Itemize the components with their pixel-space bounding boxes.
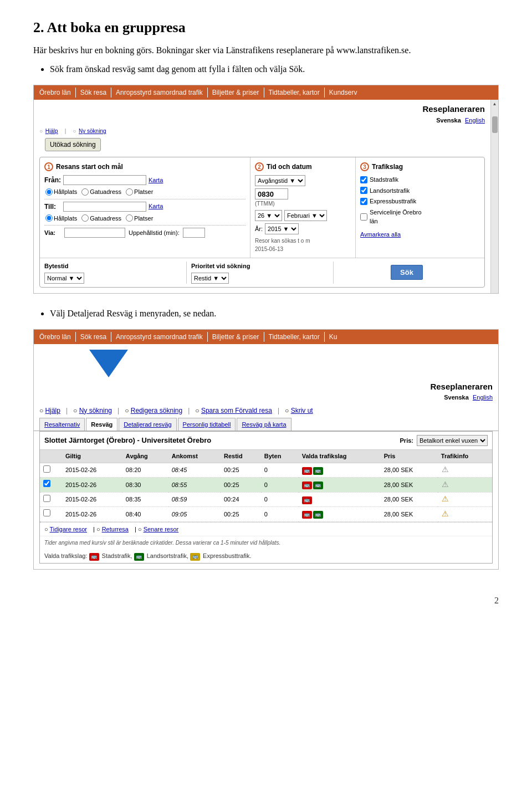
to-radio-platser[interactable] — [126, 214, 133, 222]
from-input[interactable] — [63, 175, 146, 185]
link-spara[interactable]: Spara som Förvald resa — [201, 407, 272, 414]
nav-item-kundserv[interactable]: Kundserv — [329, 88, 362, 98]
to-radio-hallplats[interactable] — [45, 214, 53, 222]
traf-red-icon: 🚌 — [302, 467, 312, 475]
cell-trafikinfo-3[interactable]: ⚠ — [438, 507, 492, 522]
nav2-sok[interactable]: Sök resa — [80, 332, 111, 342]
to-radio-gata[interactable] — [81, 214, 89, 222]
check-stadstrafik[interactable] — [360, 176, 367, 183]
prioritet-select[interactable]: Restid ▼ — [191, 273, 229, 284]
scrollbar-1[interactable]: ▲ — [490, 100, 498, 293]
link-skriv[interactable]: Skriv ut — [291, 407, 313, 414]
col-start-mal: 1 Resans start och mål Från: Karta Hållp… — [40, 157, 250, 258]
nav-item-orebro[interactable]: Örebro län — [39, 88, 76, 98]
link-redigera[interactable]: Redigera sökning — [131, 407, 182, 414]
tab-resalternativ[interactable]: Resalternativ — [39, 418, 85, 431]
cell-giltig-1: 2015-02-26 — [62, 478, 122, 493]
traf-green-icon: 🚌 — [313, 482, 323, 489]
link-ny-2[interactable]: Ny sökning — [79, 407, 112, 414]
row-checkbox-0[interactable] — [43, 465, 50, 473]
tab-resvag[interactable]: Resväg — [86, 418, 117, 431]
info-icon[interactable]: ⚠ — [441, 480, 450, 489]
check-expressbuss[interactable] — [360, 198, 367, 205]
cell-giltig-3: 2015-02-26 — [62, 507, 122, 522]
cell-ankomst-1: 08:55 — [168, 478, 221, 493]
month-select[interactable]: Februari ▼ — [284, 210, 327, 221]
warn-icon[interactable]: ⚠ — [441, 509, 450, 518]
nav-item-anrop[interactable]: Anropsstyrd samordnad trafik — [116, 88, 208, 98]
nav2-tidtabell[interactable]: Tidtabeller, kartor — [269, 332, 325, 342]
info-icon[interactable]: ⚠ — [441, 465, 450, 474]
to-input[interactable] — [63, 202, 146, 212]
nav2-biljetter[interactable]: Biljetter & priser — [212, 332, 264, 342]
cell-trafikinfo-0[interactable]: ⚠ — [438, 463, 492, 478]
route-title: Slottet Järntorget (Örebro) - Universite… — [44, 435, 211, 446]
check-servicelinje[interactable] — [360, 213, 367, 221]
link-senare[interactable]: Senare resor — [144, 526, 179, 532]
avmarkera-link[interactable]: Avmarkera alla — [360, 230, 401, 239]
lang-svenska[interactable]: Svenska — [436, 117, 461, 124]
scroll-up[interactable]: ▲ — [492, 100, 498, 109]
uppehall-input[interactable] — [183, 228, 205, 238]
from-radio-gata[interactable] — [81, 188, 89, 196]
check-lands-label: Landsortstrafik — [370, 186, 410, 196]
via-input[interactable] — [64, 228, 125, 238]
cell-restid-0: 00:25 — [221, 463, 261, 478]
date-row: 26 ▼ Februari ▼ — [255, 210, 351, 221]
lang-sv-2[interactable]: Svenska — [444, 394, 469, 401]
ar-select[interactable]: 2015 ▼ — [265, 223, 299, 234]
from-platser-label: Platser — [134, 187, 153, 197]
cell-trafikinfo-2[interactable]: ⚠ — [438, 492, 492, 507]
scroll-thumb[interactable] — [492, 116, 498, 133]
nav-bar-2: Örebro län Sök resa Anropsstyrd samordna… — [34, 330, 498, 344]
link-returresa[interactable]: Returresa — [102, 526, 129, 532]
day-select[interactable]: 26 ▼ — [255, 210, 282, 221]
nav-item-sok[interactable]: Sök resa — [80, 88, 111, 98]
cell-trafikinfo-1[interactable]: ⚠ — [438, 478, 492, 493]
pris-select[interactable]: Betalkort enkel vuxen — [417, 435, 488, 446]
link-ny-sokning[interactable]: Ny sökning — [79, 128, 106, 134]
cell-trafikslag-1: 🚌🚌 — [299, 478, 381, 493]
results-title-row: Slottet Järntorget (Örebro) - Universite… — [40, 432, 492, 450]
warn-icon[interactable]: ⚠ — [441, 495, 450, 504]
tab-karta[interactable]: Resväg på karta — [237, 418, 291, 431]
links-row-1: ○ Hjälp | ○ Ny sökning — [34, 126, 490, 137]
nav-item-tidtabell[interactable]: Tidtabeller, kartor — [269, 88, 325, 98]
th-restid: Restid — [221, 450, 261, 463]
nav-bar-1: Örebro län Sök resa Anropsstyrd samordna… — [34, 85, 498, 100]
row-checkbox-2[interactable] — [43, 495, 50, 502]
from-radio-platser[interactable] — [126, 188, 133, 196]
nav2-orebro[interactable]: Örebro län — [39, 332, 76, 342]
from-karta-link[interactable]: Karta — [149, 176, 163, 185]
tab-detaljerad[interactable]: Detaljerad resväg — [119, 418, 176, 431]
page-number: 2 — [33, 583, 499, 607]
row-checkbox-3[interactable] — [43, 509, 50, 516]
th-byten: Byten — [261, 450, 299, 463]
to-gata-label: Gatuadress — [90, 214, 121, 223]
from-radio-hallplats[interactable] — [45, 188, 53, 196]
row-checkbox-1[interactable] — [43, 480, 50, 487]
legend-lands-label: Landsortstrafik, — [147, 552, 188, 559]
link-tidigare[interactable]: Tidigare resor — [50, 526, 87, 532]
legend-express-label: Expressbusttrafik. — [203, 552, 251, 559]
tab-personlig[interactable]: Personlig tidtabell — [178, 418, 236, 431]
avgangstid-select[interactable]: Avgångstid ▼ — [255, 175, 305, 186]
col-trafikslag: 3 Trafikslag Stadstrafik Landsortstrafik — [356, 157, 484, 258]
check-landsortstrafik[interactable] — [360, 187, 367, 194]
lang-english[interactable]: English — [465, 117, 485, 124]
from-row: Från: Karta — [44, 175, 245, 185]
links-row-2: ○ Hjälp | ○ Ny sökning | ○ Redigera sökn… — [34, 403, 498, 418]
sok-button[interactable]: Sök — [391, 265, 423, 280]
table-row: 2015-02-2608:2008:4500:250🚌🚌28,00 SEK⚠ — [40, 463, 492, 478]
link-help[interactable]: Hjälp — [45, 128, 58, 134]
to-karta-link[interactable]: Karta — [149, 202, 163, 211]
nav2-ku[interactable]: Ku — [329, 332, 342, 342]
lang-en-2[interactable]: English — [473, 394, 493, 401]
th-giltig: Giltig — [62, 450, 122, 463]
nav2-anrop[interactable]: Anropsstyrd samordnad trafik — [116, 332, 208, 342]
link-help-2[interactable]: Hjälp — [45, 407, 60, 414]
nav-item-biljetter[interactable]: Biljetter & priser — [212, 88, 264, 98]
time-input[interactable] — [255, 188, 288, 199]
bytestid-select[interactable]: Normal ▼ — [44, 273, 84, 284]
utokad-btn[interactable]: Utökad sökning — [45, 138, 101, 151]
